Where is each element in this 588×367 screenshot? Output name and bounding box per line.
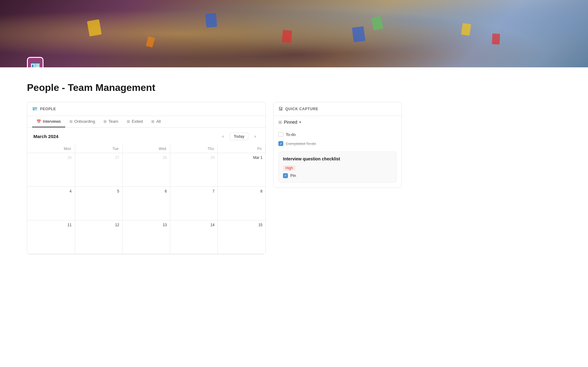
page-title: People - Team Management: [27, 82, 402, 93]
calendar-next-button[interactable]: ›: [251, 132, 259, 140]
cal-cell-mar13[interactable]: 13: [123, 220, 170, 254]
cal-cell-mar8[interactable]: 8: [218, 187, 266, 220]
cal-cell-mar4[interactable]: 4: [27, 187, 75, 220]
quick-capture-header: 🖫 QUICK CAPTURE: [273, 102, 401, 116]
cal-date-mar7: 7: [173, 189, 215, 193]
tab-exited-label: Exited: [132, 119, 143, 124]
tab-team[interactable]: ⊞ Team: [99, 116, 123, 127]
page-icon: 🪪: [27, 57, 43, 67]
cal-cell-mar7[interactable]: 7: [170, 187, 218, 220]
cal-date-feb27: 27: [78, 155, 119, 160]
todo-item-1[interactable]: To-do: [278, 131, 397, 138]
tab-onboarding-icon: ⊞: [70, 119, 73, 124]
tab-team-icon: ⊞: [104, 119, 107, 124]
cal-date-mar5: 5: [78, 189, 119, 193]
pin-checkbox[interactable]: [283, 173, 288, 178]
quick-capture-panel: 🖫 QUICK CAPTURE ⊞ Pinned ▾ To-do Complet…: [273, 102, 402, 188]
cal-cell-mar12[interactable]: 12: [75, 220, 123, 254]
people-panel-icon: 🪪: [32, 107, 38, 111]
cal-date-mar6: 6: [126, 189, 167, 193]
tab-interviews-icon: 📅: [36, 119, 41, 124]
people-panel-header: 🪪 PEOPLE: [27, 102, 266, 116]
interview-checklist-card[interactable]: Interview question checklist High Pin: [278, 152, 397, 183]
todo-label-2: Completed To-do: [286, 141, 316, 146]
quick-capture-icon: 🖫: [278, 107, 283, 111]
cal-date-mar4: 4: [30, 189, 72, 193]
tab-all-label: All: [156, 119, 160, 124]
content-layout: 🪪 PEOPLE 📅 Interviews ⊞ Onboarding ⊞ Tea…: [27, 102, 402, 254]
tab-all-icon: ⊞: [151, 119, 154, 124]
cal-cell-mar1[interactable]: Mar 1: [218, 153, 266, 187]
tab-exited-icon: ⊞: [127, 119, 130, 124]
tab-exited[interactable]: ⊞ Exited: [123, 116, 147, 127]
calendar-grid: Mon Tue Wed Thu Fri 26 27 28 29: [27, 145, 266, 254]
tab-interviews-label: Interviews: [43, 119, 61, 124]
todo-checkbox-2[interactable]: [278, 141, 283, 146]
cal-date-feb26: 26: [30, 155, 72, 160]
cal-date-feb29: 29: [173, 155, 215, 160]
todo-checkbox-1[interactable]: [278, 132, 283, 137]
calendar-nav: ‹ Today ›: [219, 132, 259, 140]
cal-cell-feb27[interactable]: 27: [75, 153, 123, 187]
tab-all[interactable]: ⊞ All: [147, 116, 165, 127]
pinned-grid-icon: ⊞: [278, 120, 282, 125]
tab-onboarding[interactable]: ⊞ Onboarding: [65, 116, 100, 127]
cal-cell-mar14[interactable]: 14: [170, 220, 218, 254]
cal-date-mar13: 13: [126, 223, 167, 227]
pinned-label: Pinned: [284, 120, 297, 125]
cal-date-mar8: 8: [221, 189, 262, 193]
cal-date-mar1: Mar 1: [221, 155, 262, 160]
quick-capture-items: To-do Completed To-do Interview question…: [273, 128, 401, 188]
cal-header-mon: Mon: [27, 145, 75, 153]
tab-interviews[interactable]: 📅 Interviews: [32, 116, 65, 127]
pin-label: Pin: [290, 173, 296, 178]
main-content: People - Team Management 🪪 PEOPLE 📅 Inte…: [0, 67, 429, 267]
quick-capture-label: QUICK CAPTURE: [285, 107, 318, 111]
cal-date-mar11: 11: [30, 223, 72, 227]
cal-cell-mar11[interactable]: 11: [27, 220, 75, 254]
cal-date-mar14: 14: [173, 223, 215, 227]
cal-header-wed: Wed: [123, 145, 170, 153]
calendar-today-button[interactable]: Today: [230, 133, 248, 140]
tab-onboarding-label: Onboarding: [74, 119, 95, 124]
todo-item-2[interactable]: Completed To-do: [278, 140, 397, 147]
cal-date-mar15: 15: [221, 223, 262, 227]
people-panel: 🪪 PEOPLE 📅 Interviews ⊞ Onboarding ⊞ Tea…: [27, 102, 266, 254]
cal-header-thu: Thu: [170, 145, 218, 153]
cal-cell-mar5[interactable]: 5: [75, 187, 123, 220]
priority-badge: High: [283, 165, 296, 171]
cal-date-mar12: 12: [78, 223, 119, 227]
people-panel-label: PEOPLE: [40, 107, 56, 111]
cal-header-tue: Tue: [75, 145, 123, 153]
cal-cell-feb28[interactable]: 28: [123, 153, 170, 187]
calendar-prev-button[interactable]: ‹: [219, 132, 227, 140]
cal-cell-mar6[interactable]: 6: [123, 187, 170, 220]
people-tabs: 📅 Interviews ⊞ Onboarding ⊞ Team ⊞ Exite…: [27, 116, 266, 128]
cal-cell-feb29[interactable]: 29: [170, 153, 218, 187]
todo-label-1: To-do: [286, 132, 296, 137]
cal-cell-feb26[interactable]: 26: [27, 153, 75, 187]
tab-team-label: Team: [108, 119, 118, 124]
card-title: Interview question checklist: [283, 156, 392, 162]
cal-cell-mar15[interactable]: 15: [218, 220, 266, 254]
pinned-header[interactable]: ⊞ Pinned ▾: [273, 116, 401, 128]
cal-date-feb28: 28: [126, 155, 167, 160]
calendar-month: March 2024: [33, 134, 58, 139]
cal-header-fri: Fri: [218, 145, 266, 153]
calendar-header: March 2024 ‹ Today ›: [27, 128, 266, 145]
pin-item[interactable]: Pin: [283, 173, 392, 178]
pinned-chevron-icon: ▾: [299, 120, 301, 124]
hero-banner: 🪪: [0, 0, 588, 67]
